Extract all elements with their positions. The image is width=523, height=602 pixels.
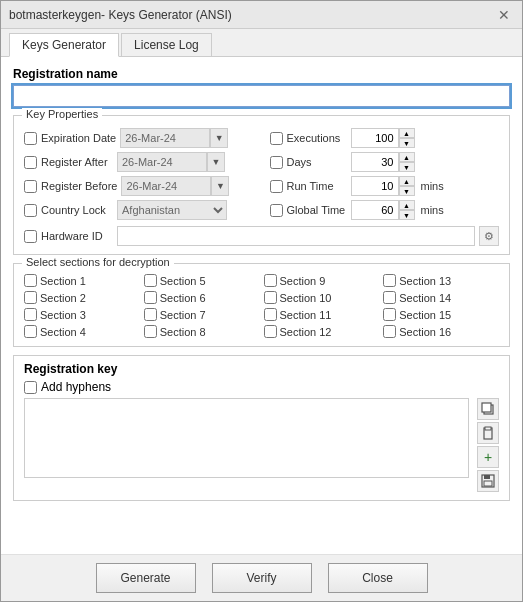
section-4-checkbox[interactable]: [24, 325, 37, 338]
global-time-combo: ▲ ▼: [351, 200, 415, 220]
register-after-row: Register After ▼: [24, 150, 254, 174]
list-item: Section 16: [383, 325, 499, 338]
days-row: Days ▲ ▼: [270, 150, 500, 174]
section-13-label: Section 13: [399, 275, 451, 287]
hardware-id-input[interactable]: [117, 226, 475, 246]
generate-button[interactable]: Generate: [96, 563, 196, 593]
sections-title: Select sections for decryption: [22, 256, 174, 268]
key-properties-group: Key Properties Expiration Date ▼: [13, 115, 510, 255]
svg-rect-3: [485, 427, 491, 430]
svg-rect-5: [484, 475, 490, 479]
section-2-label: Section 2: [40, 292, 86, 304]
run-time-unit: mins: [421, 180, 444, 192]
section-1-checkbox[interactable]: [24, 274, 37, 287]
days-input[interactable]: [351, 152, 399, 172]
section-10-label: Section 10: [280, 292, 332, 304]
list-item: Section 10: [264, 291, 380, 304]
country-lock-select[interactable]: Afghanistan: [117, 200, 227, 220]
run-time-up-button[interactable]: ▲: [399, 176, 415, 186]
global-time-checkbox[interactable]: [270, 204, 283, 217]
global-time-input[interactable]: [351, 200, 399, 220]
section-11-label: Section 11: [280, 309, 332, 321]
register-before-calendar-button[interactable]: ▼: [211, 176, 229, 196]
list-item: Section 4: [24, 325, 140, 338]
section-15-checkbox[interactable]: [383, 308, 396, 321]
section-16-checkbox[interactable]: [383, 325, 396, 338]
executions-input[interactable]: [351, 128, 399, 148]
key-copy-button[interactable]: [477, 398, 499, 420]
run-time-input[interactable]: [351, 176, 399, 196]
tab-license-log[interactable]: License Log: [121, 33, 212, 56]
run-time-down-button[interactable]: ▼: [399, 186, 415, 196]
section-16-label: Section 16: [399, 326, 451, 338]
days-up-button[interactable]: ▲: [399, 152, 415, 162]
expiration-date-combo: ▼: [120, 128, 228, 148]
executions-down-button[interactable]: ▼: [399, 138, 415, 148]
days-combo: ▲ ▼: [351, 152, 415, 172]
key-add-button[interactable]: +: [477, 446, 499, 468]
key-textarea-wrapper: [24, 398, 469, 481]
section-3-label: Section 3: [40, 309, 86, 321]
section-11-checkbox[interactable]: [264, 308, 277, 321]
register-after-combo: ▼: [117, 152, 225, 172]
expiration-date-input[interactable]: [120, 128, 210, 148]
svg-rect-6: [484, 481, 492, 486]
section-9-label: Section 9: [280, 275, 326, 287]
registration-key-label: Registration key: [24, 362, 499, 376]
section-12-checkbox[interactable]: [264, 325, 277, 338]
registration-key-textarea[interactable]: [24, 398, 469, 478]
section-13-checkbox[interactable]: [383, 274, 396, 287]
country-lock-checkbox[interactable]: [24, 204, 37, 217]
executions-up-button[interactable]: ▲: [399, 128, 415, 138]
tab-keys-generator[interactable]: Keys Generator: [9, 33, 119, 57]
register-before-input[interactable]: [121, 176, 211, 196]
verify-button[interactable]: Verify: [212, 563, 312, 593]
section-12-label: Section 12: [280, 326, 332, 338]
expiration-date-calendar-button[interactable]: ▼: [210, 128, 228, 148]
register-after-checkbox[interactable]: [24, 156, 37, 169]
expiration-date-checkbox[interactable]: [24, 132, 37, 145]
list-item: Section 1: [24, 274, 140, 287]
registration-name-input[interactable]: [13, 85, 510, 107]
add-hyphens-checkbox[interactable]: [24, 381, 37, 394]
section-5-checkbox[interactable]: [144, 274, 157, 287]
section-10-checkbox[interactable]: [264, 291, 277, 304]
executions-checkbox[interactable]: [270, 132, 283, 145]
section-6-checkbox[interactable]: [144, 291, 157, 304]
key-save-button[interactable]: [477, 470, 499, 492]
hardware-id-checkbox[interactable]: [24, 230, 37, 243]
executions-label: Executions: [287, 132, 347, 144]
register-after-label: Register After: [41, 156, 113, 168]
key-output-wrapper: +: [24, 398, 499, 492]
close-button[interactable]: Close: [328, 563, 428, 593]
close-window-button[interactable]: ✕: [494, 5, 514, 25]
section-14-checkbox[interactable]: [383, 291, 396, 304]
add-hyphens-row: Add hyphens: [24, 380, 499, 394]
days-down-button[interactable]: ▼: [399, 162, 415, 172]
global-time-up-button[interactable]: ▲: [399, 200, 415, 210]
executions-row: Executions ▲ ▼: [270, 126, 500, 150]
register-after-input[interactable]: [117, 152, 207, 172]
key-actions: +: [477, 398, 499, 492]
run-time-checkbox[interactable]: [270, 180, 283, 193]
global-time-spin: ▲ ▼: [399, 200, 415, 220]
global-time-row: Global Time ▲ ▼ mins: [270, 198, 500, 222]
global-time-down-button[interactable]: ▼: [399, 210, 415, 220]
section-15-label: Section 15: [399, 309, 451, 321]
register-before-checkbox[interactable]: [24, 180, 37, 193]
list-item: Section 5: [144, 274, 260, 287]
svg-rect-1: [482, 403, 491, 412]
section-7-checkbox[interactable]: [144, 308, 157, 321]
section-3-checkbox[interactable]: [24, 308, 37, 321]
copy-icon: [481, 402, 495, 416]
section-14-label: Section 14: [399, 292, 451, 304]
key-paste-button[interactable]: [477, 422, 499, 444]
register-before-label: Register Before: [41, 180, 117, 192]
section-8-checkbox[interactable]: [144, 325, 157, 338]
section-2-checkbox[interactable]: [24, 291, 37, 304]
register-after-calendar-button[interactable]: ▼: [207, 152, 225, 172]
hardware-id-action-button[interactable]: ⚙: [479, 226, 499, 246]
sections-group: Select sections for decryption Section 1…: [13, 263, 510, 347]
section-9-checkbox[interactable]: [264, 274, 277, 287]
days-checkbox[interactable]: [270, 156, 283, 169]
